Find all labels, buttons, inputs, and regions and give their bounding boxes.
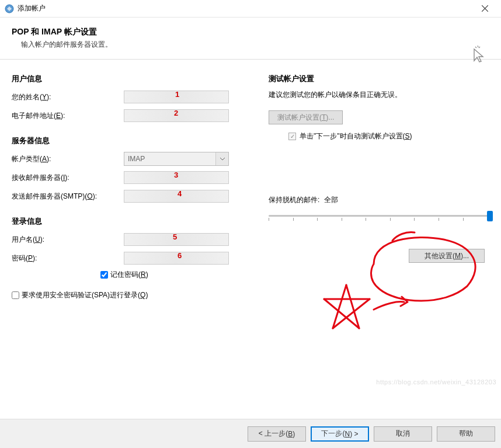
incoming-input[interactable] xyxy=(124,171,229,184)
footer: < 上一步(B) 下一步(N) > 取消 帮助 xyxy=(0,419,501,448)
auto-test-checkbox[interactable]: ✓ xyxy=(288,133,296,140)
login-info-title: 登录信息 xyxy=(12,216,257,227)
offline-label: 保持脱机的邮件: xyxy=(269,195,319,205)
close-button[interactable] xyxy=(473,1,496,17)
page-subtitle: 输入帐户的邮件服务器设置。 xyxy=(21,40,489,50)
account-type-select[interactable]: IMAP xyxy=(124,152,229,166)
username-label: 用户名(U): xyxy=(12,235,124,245)
outgoing-input[interactable] xyxy=(124,190,229,203)
remember-password-row: 记住密码(R) xyxy=(100,270,257,280)
help-button[interactable]: 帮助 xyxy=(437,426,495,442)
incoming-label: 接收邮件服务器(I): xyxy=(12,173,124,183)
test-settings-title: 测试帐户设置 xyxy=(269,74,489,84)
auto-test-row: ✓ 单击"下一步"时自动测试帐户设置(S) xyxy=(288,131,489,141)
email-row: 电子邮件地址(E): 2 xyxy=(12,109,257,123)
account-type-value: IMAP xyxy=(128,155,145,163)
name-row: 您的姓名(Y): 1 xyxy=(12,90,257,104)
password-row: 密码(P): 6 xyxy=(12,251,257,265)
page-title: POP 和 IMAP 帐户设置 xyxy=(12,27,489,37)
remember-password-checkbox[interactable] xyxy=(100,271,108,279)
name-label: 您的姓名(Y): xyxy=(12,92,124,102)
outgoing-label: 发送邮件服务器(SMTP)(O): xyxy=(12,192,124,202)
auto-test-label: 单击"下一步"时自动测试帐户设置(S) xyxy=(300,131,412,141)
account-type-label: 帐户类型(A): xyxy=(12,154,124,164)
test-settings-button[interactable]: 测试帐户设置(T)... xyxy=(269,110,343,124)
body: 用户信息 您的姓名(Y): 1 电子邮件地址(E): 2 服务器信息 帐户类型(… xyxy=(0,60,501,415)
password-label: 密码(P): xyxy=(12,253,124,263)
spa-checkbox[interactable] xyxy=(12,291,19,299)
name-input[interactable] xyxy=(124,91,229,103)
cancel-button[interactable]: 取消 xyxy=(374,426,432,442)
account-type-row: 帐户类型(A): IMAP xyxy=(12,152,257,166)
window-title: 添加帐户 xyxy=(18,4,473,13)
chevron-down-icon xyxy=(215,152,228,165)
username-input[interactable] xyxy=(124,233,229,246)
app-icon xyxy=(5,4,14,13)
offline-value: 全部 xyxy=(324,195,338,205)
incoming-row: 接收邮件服务器(I): 3 xyxy=(12,171,257,185)
spa-row: 要求使用安全密码验证(SPA)进行登录(Q) xyxy=(12,290,257,300)
header: POP 和 IMAP 帐户设置 输入帐户的邮件服务器设置。 xyxy=(0,18,501,60)
user-info-title: 用户信息 xyxy=(12,74,257,84)
next-button[interactable]: 下一步(N) > xyxy=(311,426,369,442)
more-settings-wrap: 其他设置(M)... xyxy=(409,249,485,263)
slider-track-line xyxy=(269,215,489,217)
right-column: 测试帐户设置 建议您测试您的帐户以确保条目正确无误。 测试帐户设置(T)... … xyxy=(257,74,489,415)
offline-section: 保持脱机的邮件: 全部 xyxy=(269,195,489,225)
more-settings-button[interactable]: 其他设置(M)... xyxy=(409,249,485,263)
titlebar: 添加帐户 xyxy=(0,0,501,18)
server-info-title: 服务器信息 xyxy=(12,136,257,146)
remember-password-label: 记住密码(R) xyxy=(110,270,148,280)
username-row: 用户名(U): 5 xyxy=(12,232,257,246)
left-column: 用户信息 您的姓名(Y): 1 电子邮件地址(E): 2 服务器信息 帐户类型(… xyxy=(12,74,257,415)
slider-thumb[interactable] xyxy=(487,211,493,221)
email-label: 电子邮件地址(E): xyxy=(12,111,124,121)
offline-slider[interactable] xyxy=(269,210,489,225)
test-settings-desc: 建议您测试您的帐户以确保条目正确无误。 xyxy=(269,90,489,100)
password-input[interactable] xyxy=(124,252,229,265)
spa-label: 要求使用安全密码验证(SPA)进行登录(Q) xyxy=(22,290,148,300)
back-button[interactable]: < 上一步(B) xyxy=(248,426,306,442)
watermark: https://blog.csdn.net/weixin_43128203 xyxy=(376,378,496,386)
email-input[interactable] xyxy=(124,109,229,122)
outgoing-row: 发送邮件服务器(SMTP)(O): 4 xyxy=(12,189,257,203)
